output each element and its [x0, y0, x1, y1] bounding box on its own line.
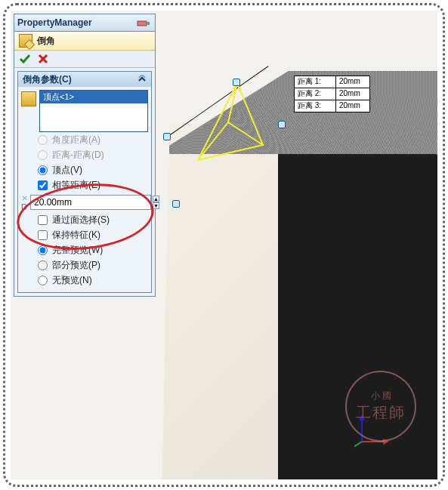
ok-button[interactable]: [19, 53, 31, 65]
selection-list[interactable]: 顶点<1>: [39, 90, 148, 132]
distance-input[interactable]: [30, 195, 151, 210]
check-equal-distance[interactable]: [38, 180, 48, 190]
radio-full-preview[interactable]: [38, 245, 48, 255]
svg-marker-1: [359, 414, 365, 421]
opt-through-face[interactable]: 通过面选择(S): [21, 212, 148, 227]
radio-no-preview[interactable]: [38, 276, 48, 285]
distance-spinner[interactable]: ▲ ▼: [153, 196, 159, 209]
pin-icon[interactable]: [135, 17, 152, 28]
opt-full-preview[interactable]: 完整预览(W): [21, 242, 148, 257]
property-manager-panel: PropertyManager 倒角 倒角参数(C): [14, 14, 156, 297]
opt-equal-distance[interactable]: 相等距离(E): [21, 177, 148, 193]
opt-distance-distance: 距离-距离(D): [21, 147, 148, 162]
selection-item[interactable]: 顶点<1>: [40, 91, 147, 103]
radio-angle-distance: [38, 135, 48, 145]
check-through-face[interactable]: [38, 215, 48, 225]
pm-titlebar: PropertyManager: [14, 14, 155, 32]
vertex-handle[interactable]: [278, 121, 286, 128]
svg-rect-5: [137, 21, 147, 26]
chamfer-params-group: 倒角参数(C) 顶点<1> 角度距离(A) 距离: [17, 71, 152, 293]
radio-vertex[interactable]: [38, 165, 48, 175]
chevron-up-icon: [137, 75, 147, 84]
svg-marker-3: [383, 439, 389, 445]
chamfer-icon: [19, 34, 32, 48]
vertex-handle[interactable]: [172, 200, 180, 208]
opt-vertex[interactable]: 顶点(V): [21, 162, 148, 177]
pm-title: PropertyManager: [17, 17, 135, 28]
cancel-button[interactable]: [37, 53, 49, 65]
group-header[interactable]: 倒角参数(C): [18, 72, 151, 87]
radio-partial-preview[interactable]: [38, 260, 48, 270]
svg-rect-6: [147, 22, 150, 25]
opt-keep-features[interactable]: 保持特征(K): [21, 227, 148, 242]
dimension-callouts[interactable]: 距离 1:20mm 距离 2:20mm 距离 3:20mm: [294, 76, 370, 112]
spin-down[interactable]: ▼: [153, 202, 159, 209]
view-triad[interactable]: [354, 411, 392, 449]
opt-partial-preview[interactable]: 部分预览(P): [21, 257, 148, 273]
distance-icon: ྾D: [21, 193, 27, 211]
selection-filter-icon[interactable]: [21, 91, 36, 106]
feature-header: 倒角: [14, 32, 155, 51]
vertex-handle[interactable]: [233, 79, 240, 86]
check-keep-features[interactable]: [38, 230, 48, 240]
vertex-handle[interactable]: [163, 133, 171, 140]
feature-name: 倒角: [37, 35, 55, 48]
opt-angle-distance: 角度距离(A): [21, 132, 148, 147]
svg-line-4: [354, 442, 362, 449]
opt-no-preview[interactable]: 无预览(N): [21, 273, 148, 288]
spin-up[interactable]: ▲: [153, 196, 159, 202]
radio-distance-distance: [38, 150, 48, 160]
